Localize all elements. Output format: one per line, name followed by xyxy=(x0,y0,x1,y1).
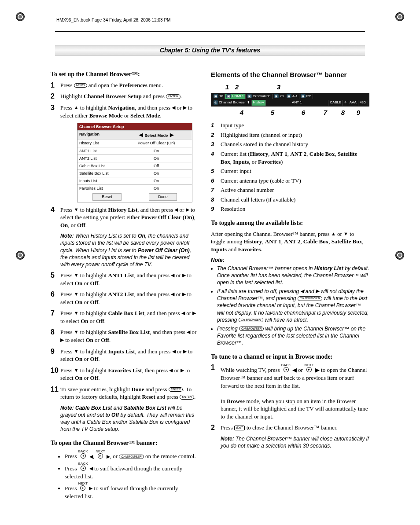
right-column: Elements of the Channel Browser™ banner … xyxy=(211,64,369,503)
input-icon: ▣ xyxy=(287,94,291,98)
banner-cell: ▣78 xyxy=(273,94,285,99)
legend-num: 8 xyxy=(211,196,221,204)
legend-text: Resolution xyxy=(221,205,245,213)
banner-cell: ▣PC xyxy=(299,94,313,99)
chbrowser-button-icon: CH BROWSER xyxy=(119,455,144,459)
enter-button-icon: ENTER xyxy=(169,387,183,392)
step-number: 8 xyxy=(51,328,60,336)
legend-num: 2 xyxy=(211,131,221,139)
banner-legend: 1Input type 2Highlighted item (channel o… xyxy=(211,121,369,213)
up-arrow-icon: ▲ xyxy=(74,104,79,111)
legend-num: 4 xyxy=(211,150,221,165)
table-cell: On xyxy=(121,147,192,154)
legend-text: Highlighted item (channel or input) xyxy=(221,131,302,139)
crop-mark-icon xyxy=(16,12,25,21)
callout-label: 7 xyxy=(317,108,334,117)
exit-button-icon: EXIT xyxy=(234,426,245,430)
legend-text: Active channel number xyxy=(221,186,274,194)
next-key-icon: NEXT▸ xyxy=(304,363,313,372)
pdf-header-line: HMX96_EN.book Page 34 Friday, April 28, … xyxy=(56,18,394,22)
step-body: Press ▼ to highlight ANT2 List, and then… xyxy=(60,290,198,306)
banner-list-label: History xyxy=(252,100,266,106)
step-body: Press MENU and open the Preferences menu… xyxy=(60,81,198,89)
toggle-note: Note: The Channel Browser™ banner opens … xyxy=(211,257,369,346)
step-number: 7 xyxy=(51,309,60,317)
step-number: 1 xyxy=(211,363,221,371)
callout-label: 2 xyxy=(230,83,243,92)
back-key-icon: BACK◂ xyxy=(281,363,291,372)
table-cell: Cable Box List xyxy=(77,162,121,169)
crop-mark-icon xyxy=(395,251,404,260)
banner-input: ANT 1 xyxy=(266,100,329,106)
callout-label: 6 xyxy=(290,108,317,117)
banner-figure: 1 2 3 ▣10 ▣HDMI 1 ▣CrStrmHD1 ▣78 ▣4-1 ▣P… xyxy=(211,83,369,117)
chbrowser-button-icon: CH BROWSER xyxy=(239,318,263,322)
enter-button-icon: ENTER xyxy=(166,94,181,99)
step-number: 6 xyxy=(51,290,60,298)
step-number: 10 xyxy=(51,367,60,374)
crop-mark-icon xyxy=(16,251,25,260)
list-item: Pressing CH BROWSER will bring up the Ch… xyxy=(217,325,369,347)
down-arrow-icon: ▼ xyxy=(74,206,79,213)
chapter-title: Chapter 5: Using the TV's features xyxy=(55,45,365,55)
crop-mark-icon xyxy=(395,12,404,21)
setup-steps-cont2: 5 Press ▼ to highlight ANT1 List, and th… xyxy=(51,272,198,401)
done-button: Done xyxy=(149,193,177,200)
banner-cell: ▣CrStrmHD1 xyxy=(246,94,273,99)
banner-call: AAA xyxy=(348,100,358,106)
reset-button: Reset xyxy=(92,193,122,200)
legend-text: Channels stored in the channel history xyxy=(221,140,308,148)
callout-label: 1 xyxy=(224,83,230,92)
setup-steps: 1 Press MENU and open the Preferences me… xyxy=(51,81,198,119)
input-icon: ▣ xyxy=(214,94,218,98)
callout-label: 5 xyxy=(255,108,290,117)
legend-num: 7 xyxy=(211,186,221,194)
legend-text: Channel call letters (if available) xyxy=(221,196,295,204)
banner-channel: 4 xyxy=(343,100,348,106)
toggle-heading: To toggle among the available lists: xyxy=(211,219,369,228)
banner-antenna: CABLE xyxy=(328,100,343,106)
setup-steps-cont: 4 Press ▼ to highlight History List, and… xyxy=(51,206,198,229)
tune-steps: 1 While watching TV, press BACK◂ ◀ or NE… xyxy=(211,363,369,432)
history-list-note: Note: When History List is set to On, th… xyxy=(60,232,198,268)
left-arrow-icon: ◀ xyxy=(172,104,175,111)
step-number: 2 xyxy=(211,424,221,432)
table-cell: Satellite Box List xyxy=(77,170,121,177)
legend-num: 9 xyxy=(211,205,221,213)
setup-heading: To set up the Channel Browser™: xyxy=(51,70,198,79)
down-arrow-icon: ▼ xyxy=(343,231,348,237)
legend-text: Input type xyxy=(221,121,244,129)
input-icon: ▣ xyxy=(226,94,231,98)
table-cell: ANT1 List xyxy=(77,147,121,154)
step-number: 11 xyxy=(51,385,60,393)
step-body: Press EXIT to close the Channel Browser™… xyxy=(221,424,369,432)
next-key-icon: NEXT▸ xyxy=(78,482,88,491)
legend-num: 5 xyxy=(211,167,221,175)
callout-label: 4 xyxy=(228,108,255,117)
open-banner-heading: To open the Channel Browser™ banner: xyxy=(51,439,198,448)
input-icon: ▣ xyxy=(274,94,279,98)
table-head-left: Navigation xyxy=(77,131,121,139)
step-number: 3 xyxy=(51,104,60,112)
table-cell: Power Off Clear (On) xyxy=(121,140,192,147)
table-cell: On xyxy=(121,185,192,192)
table-cell: On xyxy=(121,177,192,184)
callout-label: 8 xyxy=(334,108,352,117)
legend-text: Current list (History, ANT 1, ANT 2, Cab… xyxy=(221,150,369,165)
list-item: Press NEXT▸ ▶ to surf forward through th… xyxy=(65,482,198,500)
step-number: 1 xyxy=(51,81,60,89)
up-arrow-icon: ▲ xyxy=(331,231,336,237)
legend-text: Current antenna type (cable or TV) xyxy=(221,177,301,185)
banner-res: 480i xyxy=(358,100,368,106)
chbrowser-button-icon: CH BROWSER xyxy=(298,296,322,301)
legend-num: 1 xyxy=(211,121,221,129)
banner-cell: ▣10 xyxy=(212,94,225,99)
table-cell: On xyxy=(121,170,192,177)
header-rule xyxy=(55,31,365,32)
tune-heading: To tune to a channel or input in Browse … xyxy=(211,353,369,361)
input-icon: ▣ xyxy=(301,94,306,98)
toggle-body: After opening the Channel Browser™ banne… xyxy=(211,230,369,253)
list-item: Press BACK◂ ◀ to surf backward through t… xyxy=(65,462,198,480)
table-cell: On xyxy=(121,155,192,162)
banner-cell-highlight: ▣HDMI 1 xyxy=(225,94,246,99)
